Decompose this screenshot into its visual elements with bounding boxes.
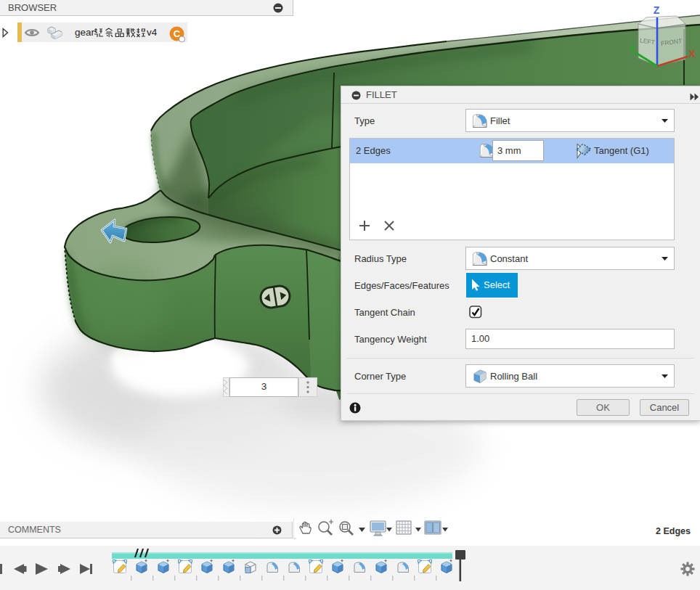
svg-text:Z: Z bbox=[654, 4, 660, 16]
svg-text:Y: Y bbox=[629, 44, 636, 55]
svg-text:X: X bbox=[688, 48, 696, 60]
